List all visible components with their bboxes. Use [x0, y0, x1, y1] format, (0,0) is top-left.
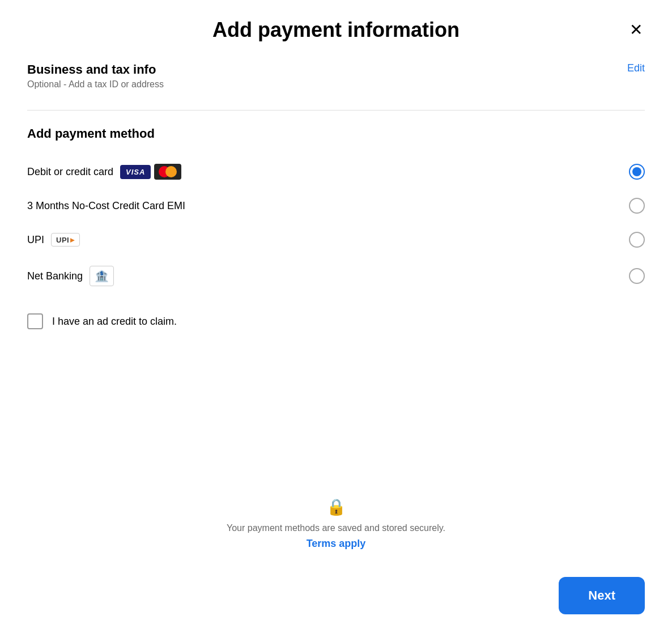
- upi-arrow-icon: ▸: [70, 235, 75, 244]
- next-button-row: Next: [27, 577, 645, 614]
- business-tax-info: Business and tax info Optional - Add a t…: [27, 62, 164, 90]
- mastercard-circles: [159, 166, 177, 177]
- payment-option-upi[interactable]: UPI UPI ▸: [27, 223, 645, 257]
- upi-text: UPI: [56, 236, 69, 244]
- radio-emi[interactable]: [629, 198, 645, 214]
- payment-option-emi[interactable]: 3 Months No-Cost Credit Card EMI: [27, 189, 645, 223]
- security-section: 🔒 Your payment methods are saved and sto…: [27, 498, 645, 550]
- mastercard-badge: [154, 164, 181, 180]
- terms-link[interactable]: Terms apply: [307, 538, 366, 550]
- card-badges: VISA: [120, 164, 181, 180]
- payment-method-title: Add payment method: [27, 126, 645, 141]
- radio-upi[interactable]: [629, 232, 645, 248]
- upi-badge: UPI ▸: [51, 233, 80, 247]
- next-button[interactable]: Next: [559, 577, 645, 614]
- modal-header: Add payment information ✕: [27, 18, 645, 42]
- netbanking-badge: 🏦: [90, 266, 114, 286]
- radio-netbanking[interactable]: [629, 268, 645, 284]
- ad-credit-row: I have an ad credit to claim.: [27, 313, 645, 329]
- visa-badge: VISA: [120, 165, 151, 179]
- business-tax-section: Business and tax info Optional - Add a t…: [27, 62, 645, 90]
- payment-option-netbanking[interactable]: Net Banking 🏦: [27, 257, 645, 295]
- lock-icon: 🔒: [326, 498, 346, 516]
- ad-credit-checkbox[interactable]: [27, 313, 43, 329]
- debit-credit-label: Debit or credit card: [27, 166, 113, 178]
- radio-inner-selected: [632, 167, 641, 176]
- business-tax-title: Business and tax info: [27, 62, 164, 77]
- emi-label: 3 Months No-Cost Credit Card EMI: [27, 200, 185, 212]
- modal-title: Add payment information: [212, 18, 460, 42]
- upi-label: UPI: [27, 234, 44, 246]
- section-divider: [27, 110, 645, 111]
- netbanking-left: Net Banking 🏦: [27, 266, 114, 286]
- radio-debit-credit[interactable]: [629, 164, 645, 180]
- payment-method-section: Add payment method Debit or credit card …: [27, 126, 645, 295]
- debit-credit-left: Debit or credit card VISA: [27, 164, 181, 180]
- business-tax-subtitle: Optional - Add a tax ID or address: [27, 79, 164, 90]
- edit-business-button[interactable]: Edit: [627, 62, 645, 74]
- emi-left: 3 Months No-Cost Credit Card EMI: [27, 200, 185, 212]
- close-button[interactable]: ✕: [627, 20, 645, 40]
- ad-credit-label: I have an ad credit to claim.: [52, 316, 177, 328]
- mc-yellow-circle: [165, 166, 177, 177]
- netbanking-label: Net Banking: [27, 270, 83, 282]
- payment-option-debit-credit[interactable]: Debit or credit card VISA: [27, 155, 645, 189]
- bank-icon: 🏦: [95, 269, 109, 283]
- security-text: Your payment methods are saved and store…: [227, 523, 445, 533]
- upi-left: UPI UPI ▸: [27, 233, 80, 247]
- modal-container: Add payment information ✕ Business and t…: [0, 0, 672, 637]
